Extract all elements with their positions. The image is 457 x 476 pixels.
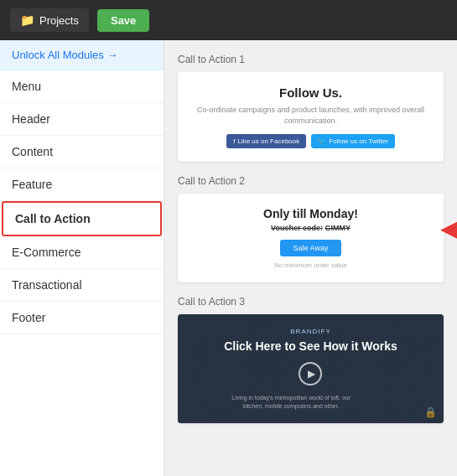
cta1-subtitle: Co-ordinate campaigns and product launch… [191, 105, 430, 126]
cta1-label: Call to Action 1 [178, 54, 444, 65]
main-layout: Unlock All Modules → Menu Header Content… [0, 40, 457, 476]
unlock-label: Unlock All Modules → [12, 49, 117, 61]
sidebar-item-menu[interactable]: Menu [0, 70, 164, 103]
facebook-icon: f [233, 137, 235, 145]
cta1-card[interactable]: Follow Us. Co-ordinate campaigns and pro… [178, 72, 444, 162]
cta3-card[interactable]: BRANDIFY Click Here to See How it Works … [178, 314, 444, 423]
sidebar-item-transactional[interactable]: Transactional [0, 269, 164, 302]
sidebar-item-ecommerce[interactable]: E-Commerce [0, 236, 164, 269]
projects-label: Projects [39, 14, 79, 27]
lock-icon: 🔒 [424, 406, 437, 418]
content-area: Call to Action 1 Follow Us. Co-ordinate … [164, 40, 457, 476]
cta3-play-button[interactable]: ▶ [299, 362, 322, 385]
sidebar-item-feature[interactable]: Feature [0, 168, 164, 201]
sidebar-item-call-to-action[interactable]: Call to Action [2, 201, 162, 236]
sidebar: Unlock All Modules → Menu Header Content… [0, 40, 164, 476]
topbar: 📁 Projects Save [0, 0, 457, 40]
cta2-label: Call to Action 2 [178, 175, 444, 187]
play-icon: ▶ [308, 368, 315, 380]
cta3-brand-label: BRANDIFY [224, 328, 397, 335]
cta2-sale-button[interactable]: Sale Away [280, 240, 342, 256]
red-arrow-indicator: ◀ [440, 217, 457, 241]
cta1-title: Follow Us. [191, 85, 430, 100]
save-button[interactable]: Save [97, 9, 149, 32]
folder-icon: 📁 [20, 13, 34, 27]
cta3-title: Click Here to See How it Works [224, 339, 397, 354]
cta1-twitter-button[interactable]: 🐦 Follow us on Twitter [311, 134, 395, 148]
sidebar-unlock-modules[interactable]: Unlock All Modules → [0, 40, 164, 70]
cta1-buttons: f Like us on Facebook 🐦 Follow us on Twi… [191, 134, 430, 148]
cta1-facebook-button[interactable]: f Like us on Facebook [226, 134, 306, 148]
cta2-section: Call to Action 2 Only till Monday! Vouch… [178, 175, 444, 282]
sidebar-item-header[interactable]: Header [0, 103, 164, 136]
cta3-section: Call to Action 3 BRANDIFY Click Here to … [178, 296, 444, 423]
twitter-icon: 🐦 [318, 137, 326, 145]
sidebar-item-footer[interactable]: Footer [0, 302, 164, 334]
cta3-label: Call to Action 3 [178, 296, 444, 308]
cta3-content: BRANDIFY Click Here to See How it Works … [224, 328, 397, 411]
sidebar-item-content[interactable]: Content [0, 136, 164, 168]
cta1-section: Call to Action 1 Follow Us. Co-ordinate … [178, 54, 444, 162]
projects-button[interactable]: 📁 Projects [10, 8, 89, 32]
cta3-subtitle: Living in today's metropolitan world of … [224, 394, 358, 411]
cta2-card[interactable]: Only till Monday! Voucher code: GIMMY Sa… [178, 194, 444, 282]
cta2-title: Only till Monday! [191, 207, 430, 220]
cta2-voucher: Voucher code: GIMMY [191, 224, 430, 232]
cta2-note: No minimum order value [191, 261, 430, 269]
